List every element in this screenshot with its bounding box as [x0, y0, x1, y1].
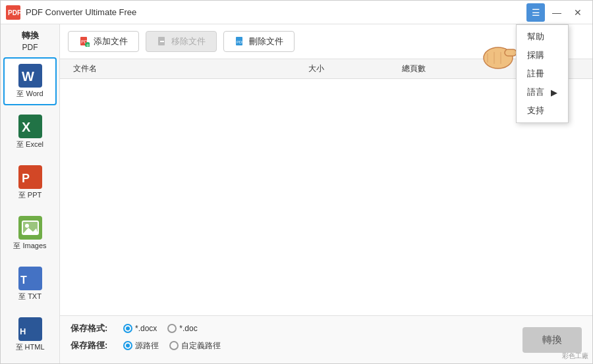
app-logo-icon: PDF [6, 5, 20, 20]
window-controls: ☰ — ✕ [526, 3, 587, 22]
menu-item-help[interactable]: 幫助 [517, 28, 568, 46]
app-window: PDF PDF Converter Ultimate Free ☰ — ✕ 幫助… [0, 0, 593, 364]
col-header-name: 文件名 [60, 63, 268, 74]
remove-file-icon [157, 36, 167, 47]
sidebar-header: 轉換 [1, 24, 59, 43]
save-format-row: 保存格式: *.docx *.doc [71, 323, 522, 334]
bottom-save-section: 保存格式: *.docx *.doc [71, 323, 522, 357]
sidebar-item-html[interactable]: H 至 HTML [3, 311, 57, 359]
remove-file-button[interactable]: 移除文件 [146, 31, 217, 52]
format-docx-radio[interactable] [123, 324, 132, 333]
svg-point-17 [25, 224, 29, 228]
content-area: 轉換 PDF W 至 Word X 至 Excel [1, 24, 592, 363]
save-format-label: 保存格式: [71, 323, 123, 334]
sidebar-item-ppt-label: 至 PPT [18, 190, 42, 200]
excel-icon: X [18, 115, 42, 138]
bottom-bar: 保存格式: *.docx *.doc [60, 315, 592, 363]
menu-item-support[interactable]: 支持 [517, 101, 568, 120]
format-doc-radio[interactable] [167, 324, 177, 333]
menu-item-purchase[interactable]: 採購 [517, 46, 568, 65]
menu-item-language[interactable]: 語言 ▶ [517, 83, 568, 101]
col-header-size: 大小 [268, 63, 366, 74]
sidebar-item-excel-label: 至 Excel [16, 140, 43, 149]
images-icon [18, 216, 42, 240]
path-custom-option[interactable]: 自定義路徑 [169, 340, 221, 351]
title-bar: PDF PDF Converter Ultimate Free ☰ — ✕ [1, 1, 592, 24]
minimize-button[interactable]: — [548, 3, 566, 22]
sidebar-item-excel[interactable]: X 至 Excel [3, 108, 57, 156]
save-path-row: 保存路徑: 源路徑 自定義路徑 [71, 340, 522, 351]
main-area: PDF + 添加文件 移除文件 PDF [60, 24, 592, 363]
table-header: 文件名 大小 總頁數 狀態 [60, 59, 592, 79]
path-source-radio[interactable] [123, 341, 132, 350]
file-table: 文件名 大小 總頁數 狀態 [60, 59, 592, 315]
svg-text:PDF: PDF [8, 9, 20, 16]
word-icon: W [18, 64, 42, 88]
html-icon: H [18, 317, 42, 341]
dropdown-menu: 幫助 採購 註冊 語言 ▶ 支持 [516, 24, 569, 123]
txt-icon: T [18, 267, 42, 290]
app-title: PDF Converter Ultimate Free [26, 7, 526, 17]
sidebar-item-word[interactable]: W 至 Word [3, 57, 57, 105]
save-format-options: *.docx *.doc [123, 324, 198, 333]
sidebar-item-html-label: 至 HTML [16, 342, 45, 352]
svg-text:P: P [22, 172, 30, 185]
format-doc-option[interactable]: *.doc [167, 324, 197, 333]
toolbar: PDF + 添加文件 移除文件 PDF [60, 24, 592, 59]
svg-text:T: T [20, 274, 27, 286]
close-button[interactable]: ✕ [569, 3, 587, 22]
menu-item-register[interactable]: 註冊 [517, 65, 568, 83]
delete-file-button[interactable]: PDF 刪除文件 [223, 31, 295, 52]
watermark: 彩色工廠 [562, 351, 588, 361]
menu-button[interactable]: ☰ [526, 3, 545, 22]
add-file-button[interactable]: PDF + 添加文件 [68, 31, 139, 52]
sidebar-item-images[interactable]: 至 Images [3, 209, 57, 257]
svg-text:H: H [20, 326, 26, 336]
format-docx-option[interactable]: *.docx [123, 324, 157, 333]
sidebar-item-ppt[interactable]: P 至 PPT [3, 159, 57, 207]
svg-text:PDF: PDF [237, 40, 244, 44]
path-source-option[interactable]: 源路徑 [123, 340, 159, 351]
add-file-icon: PDF + [79, 36, 90, 47]
convert-button[interactable]: 轉換 [522, 327, 582, 353]
sidebar-item-txt[interactable]: T 至 TXT [3, 260, 57, 308]
ppt-icon: P [18, 165, 42, 189]
svg-text:+: + [86, 42, 90, 47]
save-path-options: 源路徑 自定義路徑 [123, 340, 221, 351]
delete-file-icon: PDF [235, 36, 245, 47]
save-path-label: 保存路徑: [71, 340, 123, 351]
svg-text:X: X [22, 120, 31, 134]
sidebar-item-txt-label: 至 TXT [18, 292, 42, 301]
sidebar: 轉換 PDF W 至 Word X 至 Excel [1, 24, 60, 363]
svg-text:W: W [22, 69, 34, 84]
sidebar-item-word-label: 至 Word [16, 89, 43, 99]
table-body [60, 79, 592, 315]
path-custom-radio[interactable] [169, 341, 179, 350]
sidebar-subheader: PDF [1, 43, 59, 52]
col-header-pages: 總頁數 [365, 63, 463, 74]
sidebar-item-images-label: 至 Images [13, 241, 46, 251]
